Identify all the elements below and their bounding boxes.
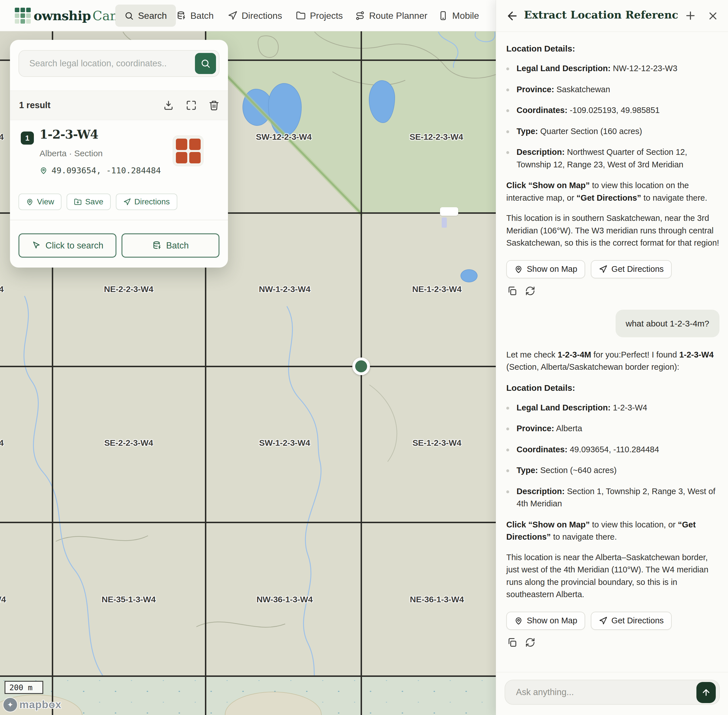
result-subtitle: Alberta · Section xyxy=(39,149,103,158)
search-icon xyxy=(124,11,134,21)
section-label: SE-2-2-3-W4 xyxy=(104,438,153,448)
result-coordinates: 49.093654, -110.284484 xyxy=(39,166,161,175)
nav-item-search[interactable]: Search xyxy=(115,5,176,27)
list-item: Description: Section 1, Township 2, Rang… xyxy=(506,485,719,510)
save-label: Save xyxy=(85,197,103,207)
grid-line xyxy=(0,366,496,367)
show-on-map-button[interactable]: Show on Map xyxy=(506,612,585,630)
list-item: Province: Saskatchewan xyxy=(506,83,719,96)
result-map-marker[interactable] xyxy=(352,358,370,375)
list-item: Type: Section (~640 acres) xyxy=(506,464,719,477)
user-message-row: what about 1-2-3-4m? xyxy=(506,310,719,337)
conversation-scroll-area[interactable]: Location Details: Legal Land Description… xyxy=(496,32,728,672)
view-label: View xyxy=(37,197,54,207)
list-item: Legal Land Description: NW-12-12-23-W3 xyxy=(506,62,719,75)
phone-icon xyxy=(438,11,448,21)
copy-icon[interactable] xyxy=(507,286,517,296)
section-label: SW-12-2-3-W4 xyxy=(256,132,312,142)
section-label: NW-36-1-3-W4 xyxy=(256,594,312,604)
mapbox-attribution[interactable]: ✦ mapbox xyxy=(3,698,62,712)
result-index-badge: 1 xyxy=(21,131,34,145)
list-item: Legal Land Description: 1-2-3-W4 xyxy=(506,401,719,414)
grid-line xyxy=(0,676,496,677)
get-directions-button[interactable]: Get Directions xyxy=(591,260,672,278)
view-button[interactable]: View xyxy=(18,193,62,210)
results-header: 1 result xyxy=(10,91,228,120)
composer-input[interactable] xyxy=(516,680,675,704)
section-label: NE-36-1-3-W4 xyxy=(410,594,464,604)
nav-item-batch[interactable]: Batch xyxy=(176,0,214,31)
pin-icon xyxy=(514,617,523,625)
click-to-search-button[interactable]: Click to search xyxy=(18,234,116,258)
search-submit-button[interactable] xyxy=(195,53,216,74)
section-label-cut: W4 xyxy=(0,594,6,604)
search-input[interactable] xyxy=(29,51,189,76)
assistant-paragraph: Click “Show on Map” to view this locatio… xyxy=(506,180,719,204)
nav-item-projects[interactable]: Projects xyxy=(296,0,343,31)
get-directions-label: Get Directions xyxy=(611,614,664,627)
section-label: SE-1-2-3-W4 xyxy=(412,438,461,448)
navigation-icon xyxy=(599,265,607,273)
results-count: 1 result xyxy=(19,100,50,110)
copy-icon[interactable] xyxy=(507,637,517,647)
conversation-title: Extract Location References from ... xyxy=(524,9,678,21)
location-details-list: Legal Land Description: NW-12-12-23-W3 P… xyxy=(506,62,719,171)
get-directions-button[interactable]: Get Directions xyxy=(591,612,672,630)
pin-icon xyxy=(514,265,523,273)
township-canada-app: SW-12-2-3-W4 SE-12-2-3-W4 NE-2-2-3-W4 NW… xyxy=(0,0,728,715)
section-label: SW-1-2-3-W4 xyxy=(259,438,310,448)
click-to-search-label: Click to search xyxy=(45,240,103,251)
composer xyxy=(496,672,728,715)
send-button[interactable] xyxy=(696,682,716,703)
pin-icon xyxy=(39,166,48,175)
mapbox-wordmark: mapbox xyxy=(20,699,62,711)
mapbox-logo-icon: ✦ xyxy=(3,698,17,712)
directions-button[interactable]: Directions xyxy=(116,193,177,210)
refresh-icon[interactable] xyxy=(525,286,535,296)
directions-label: Directions xyxy=(134,197,170,207)
nav-label: Search xyxy=(138,11,167,21)
expand-icon[interactable] xyxy=(186,100,197,111)
section-label-cut: W4 xyxy=(0,438,4,448)
download-icon[interactable] xyxy=(163,100,174,111)
pond xyxy=(460,269,478,282)
list-item: Coordinates: -109.025193, 49.985851 xyxy=(506,104,719,117)
folder-icon xyxy=(296,11,306,21)
folder-plus-icon xyxy=(74,198,82,206)
assistant-paragraph: This location is in southern Saskatchewa… xyxy=(506,212,719,249)
batch-button[interactable]: Batch xyxy=(122,234,219,258)
divider xyxy=(10,220,228,220)
batch-label: Batch xyxy=(166,240,189,251)
nav-item-directions[interactable]: Directions xyxy=(228,0,282,31)
nav-item-route-planner[interactable]: Route Planner xyxy=(355,0,428,31)
location-details-heading: Location Details: xyxy=(506,42,719,55)
list-item: Province: Alberta xyxy=(506,422,719,435)
refresh-icon[interactable] xyxy=(525,637,535,647)
show-on-map-label: Show on Map xyxy=(527,263,577,276)
grid-line xyxy=(0,522,496,523)
route-icon xyxy=(355,11,365,21)
close-icon[interactable] xyxy=(707,10,719,22)
save-button[interactable]: Save xyxy=(66,193,111,210)
new-chat-icon[interactable] xyxy=(684,9,697,22)
nav-label: Route Planner xyxy=(369,11,428,21)
map-callout-small xyxy=(442,217,447,228)
database-icon xyxy=(152,241,162,250)
navigation-icon xyxy=(123,198,131,206)
assistant-header: Extract Location References from ... xyxy=(496,0,728,32)
trash-icon[interactable] xyxy=(209,100,219,111)
user-message-bubble: what about 1-2-3-4m? xyxy=(616,310,720,337)
result-thumbnail[interactable] xyxy=(173,136,203,166)
list-item: Description: Northwest Quarter of Sectio… xyxy=(506,146,719,171)
section-label-cut: W4 xyxy=(0,132,4,142)
composer-input-wrap xyxy=(505,680,720,705)
search-icon xyxy=(200,58,211,69)
section-label-cut: W4 xyxy=(0,284,4,294)
result-title[interactable]: 1-2-3-W4 xyxy=(39,128,98,142)
nav-item-mobile[interactable]: Mobile xyxy=(438,0,479,31)
quarter-sections-icon xyxy=(176,139,200,163)
show-on-map-button[interactable]: Show on Map xyxy=(506,260,585,278)
back-icon[interactable] xyxy=(506,9,519,23)
list-item: Coordinates: 49.093654, -110.284484 xyxy=(506,443,719,456)
arrow-up-icon xyxy=(701,688,711,697)
